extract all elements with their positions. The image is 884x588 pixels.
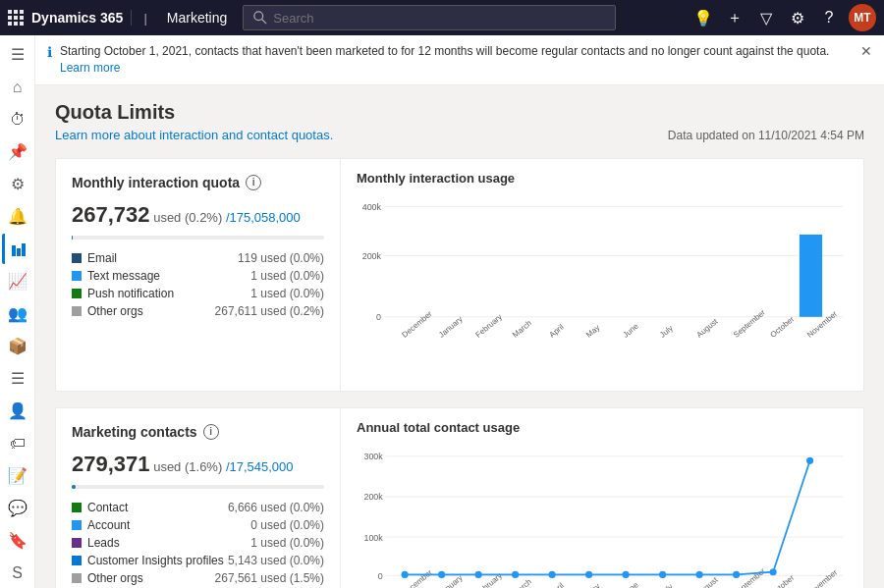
main-content: ℹ Starting October 1, 2021, contacts tha…: [35, 35, 884, 588]
waffle-icon: [8, 10, 24, 26]
legend-dot: [72, 253, 82, 263]
add-icon[interactable]: ＋: [723, 8, 746, 28]
svg-text:May: May: [584, 581, 601, 588]
svg-text:July: July: [658, 582, 675, 588]
monthly-quota-left: Monthly interaction quota i 267,732 used…: [56, 159, 341, 391]
legend-value: 267,561 used (1.5%): [215, 571, 324, 585]
legend-value: 1 used (0.0%): [250, 269, 324, 283]
legend-value: 1 used (0.0%): [250, 536, 324, 550]
svg-rect-11: [12, 245, 16, 256]
sidebar-charts[interactable]: 📈: [2, 266, 33, 296]
data-updated-label: Data updated on 11/10/2021 4:54 PM: [668, 129, 864, 142]
marketing-contacts-card: Marketing contacts i 279,371 used (1.6%)…: [55, 407, 864, 588]
svg-rect-3: [8, 16, 12, 20]
monthly-chart-title: Monthly interaction usage: [357, 171, 848, 186]
svg-text:300k: 300k: [363, 452, 383, 461]
legend-label: Push notification: [87, 287, 174, 300]
svg-text:200k: 200k: [363, 492, 383, 502]
user-avatar[interactable]: MT: [849, 4, 876, 31]
svg-text:April: April: [548, 580, 566, 588]
sidebar-contacts[interactable]: 👥: [2, 298, 33, 329]
svg-text:March: March: [511, 577, 533, 588]
sidebar-people[interactable]: 👤: [2, 396, 33, 426]
legend-value: 6,666 used (0.0%): [228, 501, 324, 514]
notice-close-button[interactable]: ✕: [860, 43, 872, 59]
svg-text:March: March: [511, 318, 533, 339]
quota-icon: [11, 241, 27, 257]
svg-text:November: November: [805, 567, 839, 588]
line-dot-nov: [806, 456, 813, 463]
cards-grid: Monthly interaction quota i 267,732 used…: [55, 158, 864, 588]
svg-text:0: 0: [378, 570, 383, 580]
monthly-quota-limit: /175,058,000: [226, 210, 301, 225]
info-icon: ℹ: [47, 44, 52, 60]
svg-line-10: [262, 20, 266, 24]
annual-chart-title: Annual total contact usage: [357, 420, 848, 435]
page-header: Quota Limits Learn more about interactio…: [55, 101, 864, 142]
module-name: Marketing: [159, 10, 227, 26]
legend-label: Account: [87, 518, 130, 532]
sidebar-notifications[interactable]: 🔔: [2, 201, 33, 232]
line-dot: [585, 570, 592, 577]
monthly-quota-legend: Email 119 used (0.0%) Text message 1 use…: [72, 251, 324, 318]
lightbulb-icon[interactable]: 💡: [691, 9, 715, 27]
legend-dot: [72, 573, 82, 583]
monthly-quota-title: Monthly interaction quota i: [72, 175, 324, 190]
legend-label: Text message: [87, 269, 160, 283]
svg-text:400k: 400k: [362, 201, 382, 211]
svg-rect-6: [8, 22, 12, 26]
filter-icon[interactable]: ▽: [754, 9, 778, 27]
marketing-contacts-limit: /17,545,000: [226, 459, 294, 474]
notice-learn-more[interactable]: Learn more: [60, 61, 120, 75]
sidebar-user[interactable]: S: [2, 558, 33, 588]
svg-text:December: December: [401, 309, 434, 340]
line-dot: [659, 570, 666, 577]
legend-value: 119 used (0.0%): [238, 251, 324, 265]
search-input[interactable]: [273, 11, 605, 26]
monthly-quota-used: used (0.2%): [153, 210, 222, 225]
legend-item: Email 119 used (0.0%): [72, 251, 324, 265]
help-icon[interactable]: ?: [817, 9, 841, 27]
sidebar-pinned[interactable]: 📌: [2, 136, 33, 167]
page-subtitle-link[interactable]: Learn more about interaction and contact…: [55, 128, 333, 142]
sidebar-lists[interactable]: ☰: [2, 363, 33, 394]
legend-value: 1 used (0.0%): [250, 287, 324, 300]
search-box[interactable]: [243, 5, 616, 30]
sidebar-forms[interactable]: 📝: [2, 460, 33, 491]
svg-text:July: July: [658, 323, 675, 339]
sidebar-settings[interactable]: ⚙: [2, 169, 33, 199]
legend-dot: [72, 271, 82, 281]
sidebar-recent[interactable]: ⏱: [2, 104, 33, 134]
legend-dot: [72, 520, 82, 530]
svg-rect-7: [14, 22, 18, 26]
svg-point-9: [254, 12, 263, 21]
sidebar-messages[interactable]: 💬: [2, 493, 33, 523]
svg-rect-4: [14, 16, 18, 20]
legend-item: Account 0 used (0.0%): [72, 518, 324, 532]
line-dot: [733, 570, 740, 577]
legend-dot: [72, 306, 82, 316]
marketing-contacts-info-icon[interactable]: i: [203, 424, 219, 440]
sidebar-quota[interactable]: [2, 234, 33, 264]
sidebar-tags[interactable]: 🏷: [2, 428, 33, 458]
legend-item: Contact 6,666 used (0.0%): [72, 501, 324, 514]
line-dot: [770, 568, 777, 575]
legend-item: Push notification 1 used (0.0%): [72, 287, 324, 300]
legend-item: Text message 1 used (0.0%): [72, 269, 324, 283]
svg-text:June: June: [622, 321, 641, 339]
legend-dot: [72, 538, 82, 548]
sidebar-segments[interactable]: 📦: [2, 331, 33, 361]
settings-icon[interactable]: ⚙: [786, 9, 809, 27]
nov-bar: [800, 234, 822, 316]
sidebar-bookmarks[interactable]: 🔖: [2, 525, 33, 556]
monthly-bar-chart: 400k 200k 0 December January February Ma…: [357, 189, 848, 376]
marketing-contacts-left: Marketing contacts i 279,371 used (1.6%)…: [56, 408, 341, 588]
legend-label: Other orgs: [87, 571, 143, 585]
svg-text:100k: 100k: [363, 532, 383, 542]
page-content: Quota Limits Learn more about interactio…: [35, 85, 884, 588]
sidebar-home[interactable]: ⌂: [2, 72, 33, 102]
monthly-quota-info-icon[interactable]: i: [246, 175, 261, 190]
sidebar-menu[interactable]: ☰: [2, 39, 33, 70]
topbar-logo[interactable]: Dynamics 365: [8, 10, 132, 26]
svg-rect-5: [20, 16, 24, 20]
